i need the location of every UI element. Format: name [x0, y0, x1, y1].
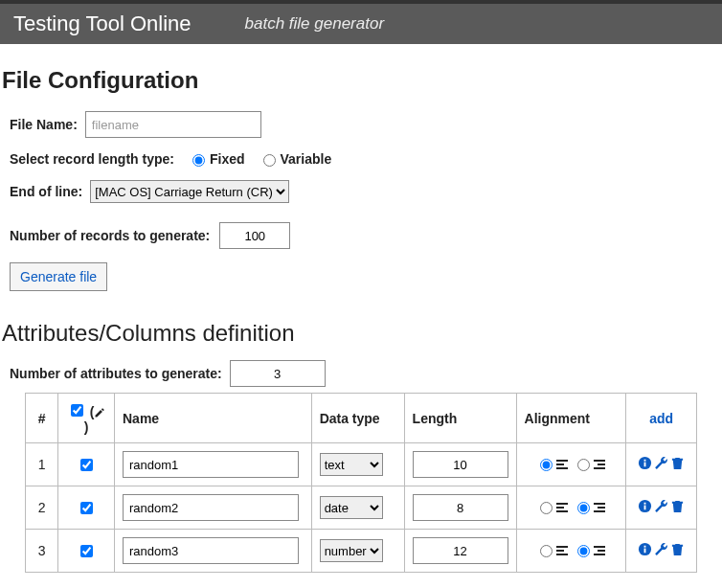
header-edit-paren: ()	[84, 404, 106, 435]
table-row: 2date	[26, 486, 697, 530]
num-attrs-input[interactable]	[230, 360, 326, 387]
row-checkbox[interactable]	[80, 502, 93, 514]
eol-select[interactable]: [MAC OS] Carriage Return (CR)	[90, 180, 289, 203]
app-subtitle: batch file generator	[245, 14, 385, 34]
align-right-radio[interactable]	[577, 459, 590, 471]
row-length-cell	[404, 443, 516, 486]
trash-icon[interactable]	[670, 499, 685, 513]
row-actions-cell	[626, 443, 697, 486]
row-type-cell: date	[311, 486, 404, 530]
row-checkbox[interactable]	[80, 459, 93, 471]
add-link[interactable]: add	[649, 411, 673, 426]
align-left-icon	[555, 458, 569, 471]
col-header-type: Data type	[311, 394, 404, 443]
wrench-icon[interactable]	[654, 499, 668, 513]
align-left-radio[interactable]	[540, 502, 553, 514]
filename-input[interactable]	[85, 111, 261, 138]
align-left-icon	[555, 544, 569, 557]
align-left-icon	[555, 501, 569, 514]
align-left-radio[interactable]	[540, 459, 553, 471]
row-name-input[interactable]	[123, 494, 299, 521]
topbar: Testing Tool Online batch file generator	[0, 4, 722, 44]
eol-label: End of line:	[10, 184, 82, 199]
num-records-label: Number of records to generate:	[10, 228, 210, 243]
col-header-name: Name	[114, 394, 311, 443]
wrench-icon[interactable]	[654, 456, 668, 470]
file-config-heading: File Configuration	[2, 67, 722, 94]
file-config-block: File Name: Select record length type: Fi…	[0, 111, 722, 291]
eol-row: End of line: [MAC OS] Carriage Return (C…	[10, 180, 722, 203]
row-type-select[interactable]: text	[320, 453, 383, 476]
filename-label: File Name:	[10, 117, 78, 132]
row-actions-cell	[626, 530, 697, 573]
row-check-cell	[58, 443, 115, 486]
num-attrs-row: Number of attributes to generate:	[0, 360, 722, 387]
row-type-select[interactable]: date	[320, 496, 383, 519]
row-type-cell: text	[311, 443, 404, 486]
record-type-row: Select record length type: Fixed Variabl…	[10, 151, 722, 167]
align-right-icon	[593, 544, 606, 557]
record-type-fixed-radio[interactable]	[192, 154, 205, 167]
row-name-cell	[114, 443, 311, 486]
align-right-radio[interactable]	[577, 502, 590, 514]
col-header-num: #	[26, 394, 58, 443]
align-right-icon	[593, 458, 606, 471]
wrench-icon[interactable]	[654, 542, 668, 556]
record-type-variable-radio[interactable]	[263, 154, 276, 167]
trash-icon[interactable]	[670, 542, 685, 556]
row-check-cell	[58, 530, 115, 573]
row-checkbox[interactable]	[80, 545, 93, 557]
row-number: 1	[26, 443, 58, 486]
row-length-cell	[404, 486, 516, 530]
num-attrs-label: Number of attributes to generate:	[10, 366, 222, 381]
pencil-icon	[94, 407, 105, 418]
filename-row: File Name:	[10, 111, 722, 138]
row-type-cell: number	[311, 530, 404, 573]
info-icon[interactable]	[638, 499, 652, 513]
align-right-radio[interactable]	[577, 545, 590, 557]
row-alignment-cell	[516, 443, 626, 486]
row-check-cell	[58, 486, 115, 530]
attrs-table: # () Name Data type Length Alignment add…	[25, 393, 697, 573]
trash-icon[interactable]	[670, 456, 685, 470]
row-name-cell	[114, 486, 311, 530]
col-header-alignment: Alignment	[516, 394, 626, 443]
generate-file-button[interactable]: Generate file	[10, 262, 107, 291]
num-records-input[interactable]	[219, 222, 290, 249]
row-name-input[interactable]	[123, 451, 299, 478]
app-title: Testing Tool Online	[13, 11, 192, 36]
info-icon[interactable]	[638, 456, 652, 470]
align-left-radio[interactable]	[540, 545, 553, 557]
row-alignment-cell	[516, 530, 626, 573]
table-row: 1text	[26, 443, 697, 486]
record-type-fixed-label: Fixed	[210, 151, 245, 167]
col-header-add: add	[626, 394, 697, 443]
header-checkbox[interactable]	[71, 404, 83, 417]
row-name-input[interactable]	[123, 537, 299, 564]
col-header-length: Length	[404, 394, 516, 443]
record-type-variable-label: Variable	[281, 151, 332, 167]
row-name-cell	[114, 530, 311, 573]
record-type-label: Select record length type:	[10, 151, 174, 167]
info-icon[interactable]	[638, 542, 652, 556]
table-row: 3number	[26, 530, 697, 573]
align-right-icon	[593, 501, 606, 514]
row-alignment-cell	[516, 486, 626, 530]
col-header-check: ()	[58, 394, 115, 443]
row-number: 2	[26, 486, 58, 530]
num-records-row: Number of records to generate:	[10, 222, 722, 249]
row-number: 3	[26, 530, 58, 573]
row-length-input[interactable]	[413, 494, 508, 521]
row-actions-cell	[626, 486, 697, 530]
table-header-row: # () Name Data type Length Alignment add	[26, 394, 697, 443]
row-length-input[interactable]	[413, 451, 508, 478]
row-length-input[interactable]	[413, 537, 508, 564]
row-type-select[interactable]: number	[320, 539, 383, 562]
attrs-heading: Attributes/Columns definition	[2, 320, 722, 347]
row-length-cell	[404, 530, 516, 573]
